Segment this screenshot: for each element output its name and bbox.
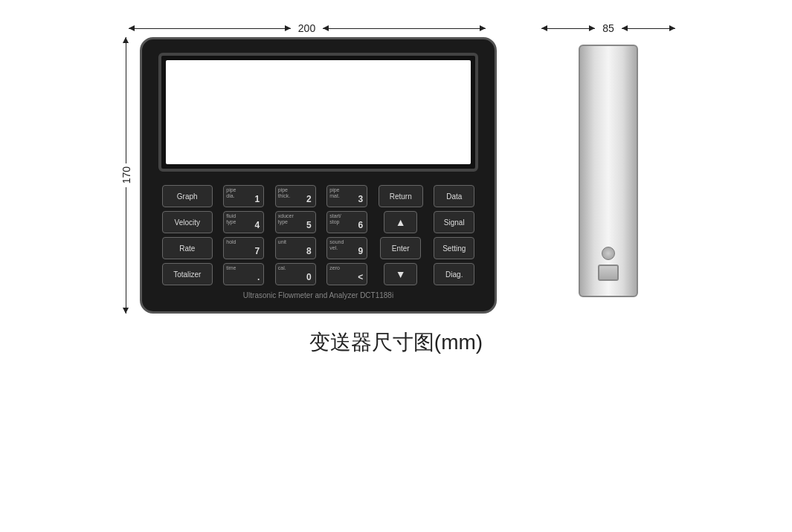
- start-stop-6-key[interactable]: start/stop 6: [326, 211, 367, 233]
- device-front-face: Graph pipedia. 1 pipethick. 2 pipemat. 3: [140, 37, 497, 314]
- pipe-thick-2-key[interactable]: pipethick. 2: [275, 185, 316, 207]
- setting-key-label: Setting: [442, 244, 466, 253]
- front-view-diagram: 200 170 Graph: [117, 22, 497, 314]
- pipe-mat-label: pipemat.: [329, 187, 340, 198]
- depth-label: 85: [595, 22, 622, 34]
- return-key-label: Return: [390, 192, 412, 201]
- num-6-label: 6: [358, 220, 364, 230]
- num-5-label: 5: [306, 220, 312, 230]
- height-dimension: 170: [117, 37, 135, 314]
- up-arrow-key[interactable]: ▲: [384, 211, 417, 233]
- velocity-key[interactable]: Velocity: [162, 211, 213, 233]
- depth-line-left: [541, 28, 595, 29]
- width-line-right: [323, 28, 485, 29]
- num-2-label: 2: [306, 194, 312, 204]
- unit-8-key[interactable]: unit 8: [275, 237, 316, 259]
- screw-icon: [602, 247, 615, 260]
- main-content: 200 170 Graph: [0, 0, 792, 314]
- return-key[interactable]: Return: [379, 185, 423, 207]
- num-0-label: 0: [306, 272, 312, 282]
- signal-key-label: Signal: [444, 218, 465, 227]
- width-line-left: [129, 28, 291, 29]
- data-key-label: Data: [446, 192, 462, 201]
- dot-label: .: [257, 272, 260, 282]
- num-1-label: 1: [255, 194, 260, 204]
- pipe-dia-1-key[interactable]: pipedia. 1: [223, 185, 264, 207]
- pipe-mat-3-key[interactable]: pipemat. 3: [326, 185, 367, 207]
- enter-key[interactable]: Enter: [380, 237, 421, 259]
- fluid-type-label: fluidtype: [226, 213, 236, 224]
- device-model-label: Ultrasonic Flowmeter and Analyzer DCT118…: [243, 291, 393, 299]
- pipe-thick-label: pipethick.: [278, 187, 290, 198]
- graph-key-label: Graph: [177, 192, 198, 201]
- depth-dimension: 85: [541, 22, 675, 34]
- num-8-label: 8: [306, 246, 312, 256]
- down-arrow-icon: ▼: [396, 268, 406, 280]
- device-row: 170 Graph pipedia. 1: [117, 37, 497, 314]
- fluid-type-4-key[interactable]: fluidtype 4: [223, 211, 264, 233]
- device-side-face: [579, 45, 638, 297]
- num-3-label: 3: [358, 194, 364, 204]
- time-label: time: [226, 265, 236, 271]
- pipe-dia-label: pipedia.: [226, 187, 236, 198]
- width-dimension: 200: [129, 22, 486, 34]
- enter-key-label: Enter: [392, 244, 410, 253]
- side-view-diagram: 85: [541, 22, 675, 297]
- rate-key-label: Rate: [179, 244, 195, 253]
- hold-label: hold: [226, 239, 236, 245]
- xducer-type-5-key[interactable]: xducertype 5: [275, 211, 316, 233]
- lt-label: <: [358, 272, 363, 282]
- totalizer-key-label: Totalizer: [173, 270, 201, 279]
- diag-key-label: Diag.: [445, 270, 463, 279]
- height-line-bottom: [126, 187, 126, 314]
- sound-vel-9-key[interactable]: soundvel. 9: [326, 237, 367, 259]
- connector-icon: [598, 265, 619, 281]
- up-arrow-icon: ▲: [396, 216, 406, 228]
- num-4-label: 4: [255, 220, 260, 230]
- side-view-body: [579, 45, 638, 297]
- height-label: 170: [120, 163, 132, 186]
- sound-vel-label: soundvel.: [329, 239, 344, 250]
- diag-key[interactable]: Diag.: [434, 263, 474, 285]
- rate-key[interactable]: Rate: [162, 237, 213, 259]
- setting-key[interactable]: Setting: [434, 237, 474, 259]
- cal-label: cal.: [278, 265, 286, 271]
- cal-0-key[interactable]: cal. 0: [275, 263, 316, 285]
- down-arrow-key[interactable]: ▼: [384, 263, 417, 285]
- unit-label: unit: [278, 239, 286, 245]
- caption-text: 变送器尺寸图(mm): [309, 328, 483, 357]
- width-label: 200: [291, 22, 323, 34]
- hold-7-key[interactable]: hold 7: [223, 237, 264, 259]
- num-9-label: 9: [358, 246, 364, 256]
- signal-key[interactable]: Signal: [434, 211, 474, 233]
- data-key[interactable]: Data: [434, 185, 474, 207]
- xducer-type-label: xducertype: [278, 213, 294, 224]
- graph-key[interactable]: Graph: [162, 185, 213, 207]
- zero-label: zero: [329, 265, 340, 271]
- depth-line-right: [622, 28, 675, 29]
- height-line-top: [126, 37, 126, 163]
- lcd-screen: [166, 60, 471, 164]
- totalizer-key[interactable]: Totalizer: [162, 263, 213, 285]
- screen-container: [158, 53, 478, 172]
- keypad: Graph pipedia. 1 pipethick. 2 pipemat. 3: [158, 185, 478, 285]
- zero-lt-key[interactable]: zero <: [326, 263, 367, 285]
- velocity-key-label: Velocity: [175, 218, 200, 227]
- time-dot-key[interactable]: time .: [223, 263, 264, 285]
- start-stop-label: start/stop: [329, 213, 341, 224]
- num-7-label: 7: [255, 246, 260, 256]
